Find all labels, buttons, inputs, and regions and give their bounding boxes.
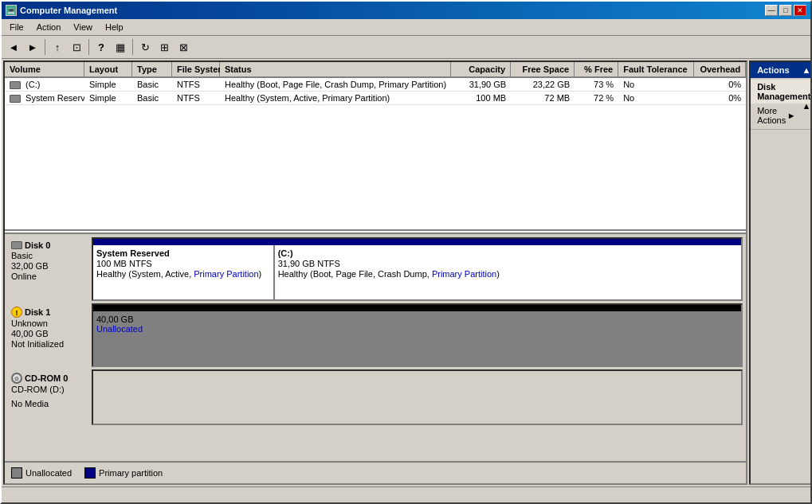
partition-link: Primary Partition <box>432 269 496 279</box>
menu-bar: File Action View Help <box>2 19 810 36</box>
legend-box-primary <box>84 467 96 479</box>
disk-0-id: Disk 0 <box>25 240 50 250</box>
cell-type: Basic <box>132 92 172 104</box>
table-header: Volume Layout Type File System Status Ca… <box>5 62 746 78</box>
cdrom-status: No Media <box>11 399 88 408</box>
cell-status: Healthy (Boot, Page File, Crash Dump, Pr… <box>220 78 451 91</box>
col-freespace[interactable]: Free Space <box>511 62 575 76</box>
partition-size: 31,90 GB NTFS <box>278 259 738 268</box>
cell-capacity: 100 MB <box>451 92 511 104</box>
partition-link: Primary Partition <box>194 269 258 279</box>
disk-0-strip <box>93 239 741 245</box>
legend-primary: Primary partition <box>84 467 163 479</box>
disk-1-size: 40,00 GB <box>11 329 88 338</box>
table-row[interactable]: (C:) Simple Basic NTFS Healthy (Boot, Pa… <box>5 78 746 92</box>
more-actions-item[interactable]: More Actions ► <box>751 104 802 127</box>
cell-overhead: 0% <box>694 92 746 104</box>
partition-system-reserved[interactable]: System Reserved 100 MB NTFS Healthy (Sys… <box>93 245 275 299</box>
toolbar-separator-3 <box>132 39 133 55</box>
disk-1-strip <box>93 305 741 311</box>
title-controls[interactable]: — □ ✕ <box>765 5 806 16</box>
col-layout[interactable]: Layout <box>84 62 132 76</box>
options-button[interactable]: ⊠ <box>175 38 192 56</box>
cell-filesystem: NTFS <box>172 78 220 91</box>
col-faulttolerance[interactable]: Fault Tolerance <box>618 62 694 76</box>
app-icon: 💻 <box>6 5 17 16</box>
col-status[interactable]: Status <box>220 62 451 76</box>
disk-row-1: ! Disk 1 Unknown 40,00 GB Not Initialize… <box>8 303 743 367</box>
status-bar <box>2 486 810 502</box>
disk-0-partitions: System Reserved 100 MB NTFS Healthy (Sys… <box>92 237 743 301</box>
title-bar: 💻 Computer Management — □ ✕ <box>2 2 810 19</box>
disk-0-hd-icon <box>11 241 22 249</box>
col-volume[interactable]: Volume <box>5 62 84 76</box>
forward-button[interactable]: ► <box>24 38 41 56</box>
minimize-button[interactable]: — <box>765 5 778 16</box>
col-overhead[interactable]: Overhead <box>694 62 746 76</box>
menu-view[interactable]: View <box>69 21 97 33</box>
menu-help[interactable]: Help <box>100 21 128 33</box>
disk-area: Disk 0 Basic 32,00 GB Online Sy <box>5 232 746 461</box>
help-button[interactable]: ? <box>92 38 110 56</box>
up-button[interactable]: ↑ <box>49 38 66 56</box>
disk-1-icon-row: ! Disk 1 <box>11 307 88 318</box>
menu-action[interactable]: Action <box>32 21 66 33</box>
disk-1-unallocated[interactable]: 40,00 GB Unallocated <box>93 311 741 365</box>
cell-fault: No <box>618 92 694 104</box>
window: 💻 Computer Management — □ ✕ File Action … <box>0 0 812 504</box>
export-button[interactable]: ⊞ <box>155 38 173 56</box>
cdrom-icon: ⊙ <box>11 373 22 384</box>
partition-name: (C:) <box>278 248 738 258</box>
close-button[interactable]: ✕ <box>794 5 806 16</box>
table-row[interactable]: System Reserved Simple Basic NTFS Health… <box>5 92 746 105</box>
more-actions-label: More Actions <box>757 106 787 125</box>
col-capacity[interactable]: Capacity <box>451 62 511 76</box>
cdrom-type: CD-ROM (D:) <box>11 385 88 394</box>
cdrom-label: ⊙ CD-ROM 0 CD-ROM (D:) No Media <box>8 369 92 425</box>
refresh-button[interactable]: ↻ <box>136 38 154 56</box>
cell-pct: 72 % <box>575 92 618 104</box>
col-type[interactable]: Type <box>132 62 172 76</box>
actions-disk-management-section: Disk Management ▲ More Actions ► <box>751 78 810 130</box>
partition-status: Healthy (Boot, Page File, Crash Dump, Pr… <box>278 269 738 279</box>
cell-freespace: 23,22 GB <box>511 78 575 91</box>
cell-volume: System Reserved <box>5 92 84 104</box>
cell-capacity: 31,90 GB <box>451 78 511 91</box>
disk-0-icon-row: Disk 0 <box>11 240 88 250</box>
cell-layout: Simple <box>84 78 132 91</box>
section-expand[interactable]: ▲ <box>802 101 810 111</box>
partition-name: System Reserved <box>96 248 270 258</box>
disk-row-cdrom: ⊙ CD-ROM 0 CD-ROM (D:) No Media <box>8 369 743 425</box>
maximize-button[interactable]: □ <box>779 5 792 16</box>
disk-1-partitions: 40,00 GB Unallocated <box>92 303 743 367</box>
disk-0-label: Disk 0 Basic 32,00 GB Online <box>8 237 92 301</box>
cdrom-icon-row: ⊙ CD-ROM 0 <box>11 373 88 384</box>
col-pctfree[interactable]: % Free <box>575 62 618 76</box>
cdrom-area <box>92 369 743 425</box>
disk-1-status: Not Initialized <box>11 339 88 349</box>
disk-row-0: Disk 0 Basic 32,00 GB Online Sy <box>8 237 743 301</box>
menu-file[interactable]: File <box>5 21 29 33</box>
back-button[interactable]: ◄ <box>5 38 22 56</box>
legend-box-unallocated <box>11 467 22 479</box>
actions-panel: Actions ▲ Disk Management ▲ More Actions… <box>749 61 810 485</box>
cell-pct: 73 % <box>575 78 618 91</box>
disk-0-size: 32,00 GB <box>11 261 88 271</box>
properties-button[interactable]: ▦ <box>112 38 129 56</box>
title-bar-left: 💻 Computer Management <box>6 5 117 16</box>
disk-0-partition-row: System Reserved 100 MB NTFS Healthy (Sys… <box>93 245 741 299</box>
partition-c[interactable]: (C:) 31,90 GB NTFS Healthy (Boot, Page F… <box>275 245 741 299</box>
disk-1-warn-icon: ! <box>11 307 22 318</box>
more-actions-arrow: ► <box>787 111 796 120</box>
toolbar-separator-1 <box>45 39 45 55</box>
actions-disk-management-header: Disk Management ▲ <box>751 80 810 104</box>
show-hide-tree[interactable]: ⊡ <box>68 38 85 56</box>
cell-freespace: 72 MB <box>511 92 575 104</box>
col-filesystem[interactable]: File System <box>172 62 220 76</box>
legend-label-primary: Primary partition <box>99 468 163 478</box>
toolbar-separator-2 <box>88 39 89 55</box>
actions-collapse[interactable]: ▲ <box>802 65 810 75</box>
legend-unallocated: Unallocated <box>11 467 72 479</box>
partition-status: Healthy (System, Active, Primary Partiti… <box>96 269 270 279</box>
section-title: Disk Management <box>757 82 810 101</box>
